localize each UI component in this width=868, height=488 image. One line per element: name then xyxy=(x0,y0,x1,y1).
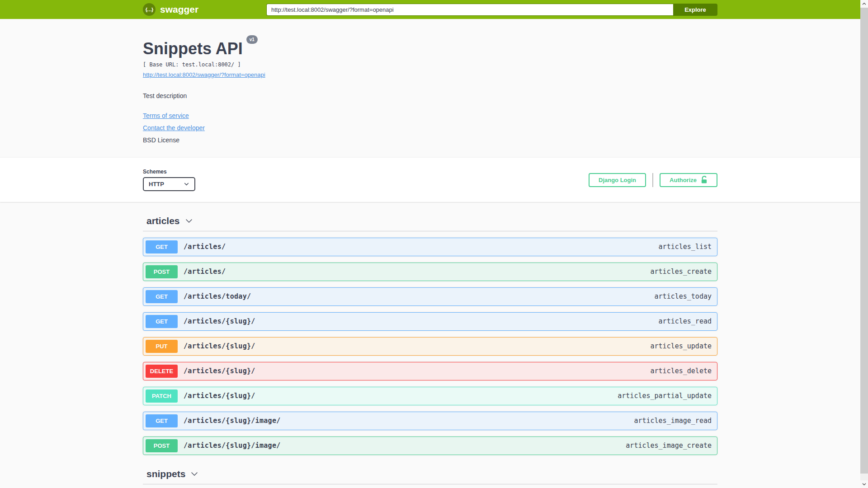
operation-id: articles_partial_update xyxy=(618,392,712,400)
scroll-up-arrow[interactable] xyxy=(860,0,868,8)
endpoint-path: /articles/{slug}/ xyxy=(184,367,255,375)
schemes-select[interactable]: HTTP xyxy=(143,177,195,191)
section-snippets: snippets GET /snippets/ snippets_list xyxy=(143,469,717,488)
method-badge: DELETE xyxy=(146,365,178,378)
scheme-container: Schemes HTTP Django Login Authorize xyxy=(0,157,860,202)
authorize-button[interactable]: Authorize xyxy=(660,173,717,187)
section-header-snippets[interactable]: snippets xyxy=(143,469,717,484)
endpoint-row[interactable]: POST /articles/{slug}/image/ articles_im… xyxy=(143,436,717,455)
swagger-page: {…} swagger Explore Snippets APIv1 [ Bas… xyxy=(0,0,860,488)
operation-id: articles_update xyxy=(651,342,712,350)
chevron-down-icon xyxy=(184,216,193,225)
scrollbar-thumb[interactable] xyxy=(860,8,868,474)
section-header-articles[interactable]: articles xyxy=(143,216,717,231)
endpoint-row[interactable]: GET /articles/{slug}/ articles_read xyxy=(143,312,717,331)
operations-area: articles GET /articles/ articles_list PO… xyxy=(0,216,860,488)
info-section: Snippets APIv1 [ Base URL: test.local:80… xyxy=(0,19,860,157)
endpoint-row[interactable]: DELETE /articles/{slug}/ articles_delete xyxy=(143,362,717,380)
endpoint-path: /articles/{slug}/image/ xyxy=(184,417,281,425)
swagger-logo-icon: {…} xyxy=(143,3,156,16)
section-articles: articles GET /articles/ articles_list PO… xyxy=(143,216,717,455)
endpoint-row[interactable]: GET /articles/today/ articles_today xyxy=(143,287,717,306)
terms-of-service-link[interactable]: Terms of service xyxy=(143,112,189,119)
method-badge: PATCH xyxy=(146,389,178,403)
authorize-label: Authorize xyxy=(670,177,697,183)
endpoint-path: /articles/ xyxy=(184,243,226,251)
operation-id: articles_today xyxy=(655,292,712,300)
section-title: snippets xyxy=(146,469,185,479)
endpoint-row[interactable]: PATCH /articles/{slug}/ articles_partial… xyxy=(143,387,717,405)
spec-url-input[interactable] xyxy=(266,4,673,16)
endpoint-path: /articles/{slug}/image/ xyxy=(184,441,281,450)
method-badge: POST xyxy=(146,265,178,278)
operation-id: articles_image_create xyxy=(626,441,712,450)
vertical-scrollbar xyxy=(860,0,868,488)
method-badge: GET xyxy=(146,240,178,253)
explore-button[interactable]: Explore xyxy=(673,4,717,16)
swagger-logo-text: swagger xyxy=(160,4,198,15)
chevron-down-icon xyxy=(190,469,199,479)
api-description: Test description xyxy=(143,92,717,99)
spec-url-form: Explore xyxy=(266,4,717,16)
version-badge: v1 xyxy=(246,35,258,44)
license-label: BSD License xyxy=(143,136,717,144)
operation-id: articles_list xyxy=(659,243,712,251)
endpoint-row[interactable]: GET /articles/{slug}/image/ articles_ima… xyxy=(143,412,717,430)
spec-link[interactable]: http://test.local:8002/swagger/?format=o… xyxy=(143,71,265,78)
endpoint-path: /articles/today/ xyxy=(184,292,251,300)
operation-id: articles_image_read xyxy=(634,417,712,425)
topbar: {…} swagger Explore xyxy=(0,0,860,19)
endpoint-row[interactable]: GET /articles/ articles_list xyxy=(143,238,717,256)
endpoint-path: /articles/ xyxy=(184,267,226,276)
django-login-label: Django Login xyxy=(599,177,636,183)
method-badge: GET xyxy=(146,290,178,303)
schemes-selected-value: HTTP xyxy=(149,181,164,188)
operation-id: articles_create xyxy=(651,267,712,276)
button-divider xyxy=(652,173,653,187)
section-title: articles xyxy=(146,216,180,226)
method-badge: PUT xyxy=(146,340,178,353)
endpoint-row[interactable]: PUT /articles/{slug}/ articles_update xyxy=(143,337,717,356)
api-title-text: Snippets API xyxy=(143,39,243,58)
endpoint-row[interactable]: POST /articles/ articles_create xyxy=(143,263,717,281)
method-badge: GET xyxy=(146,414,178,427)
contact-developer-link[interactable]: Contact the developer xyxy=(143,124,205,131)
schemes-label: Schemes xyxy=(143,169,195,175)
operation-id: articles_read xyxy=(659,317,712,325)
endpoint-path: /articles/{slug}/ xyxy=(184,392,255,400)
scroll-down-arrow[interactable] xyxy=(860,480,868,488)
endpoint-path: /articles/{slug}/ xyxy=(184,317,255,325)
django-login-button[interactable]: Django Login xyxy=(589,173,646,187)
base-url: [ Base URL: test.local:8002/ ] xyxy=(143,61,717,68)
endpoint-path: /articles/{slug}/ xyxy=(184,342,255,350)
page-title: Snippets APIv1 xyxy=(143,40,717,58)
method-badge: POST xyxy=(146,439,178,452)
method-badge: GET xyxy=(146,315,178,328)
chevron-down-icon xyxy=(184,181,189,187)
auth-wrapper: Django Login Authorize xyxy=(589,173,717,187)
swagger-logo: {…} swagger xyxy=(143,3,198,16)
unlocked-padlock-icon xyxy=(701,176,708,184)
operation-id: articles_delete xyxy=(651,367,712,375)
